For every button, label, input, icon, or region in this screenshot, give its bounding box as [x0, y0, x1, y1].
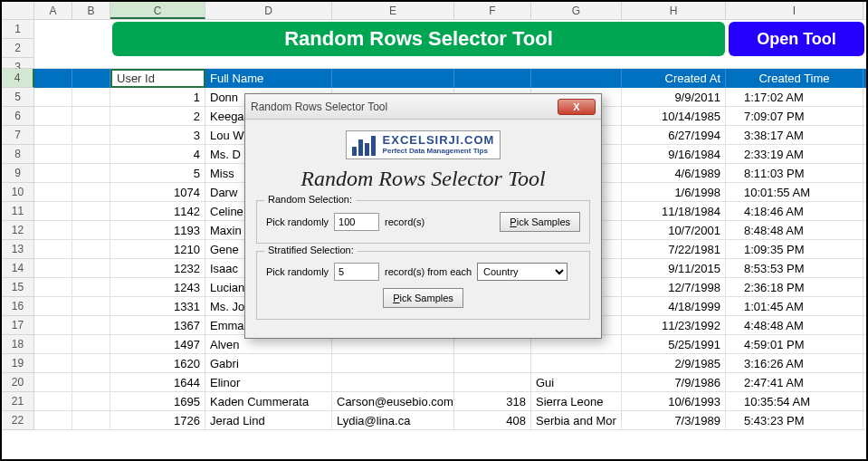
header-email[interactable]	[332, 69, 454, 88]
cell-country[interactable]: Gui	[531, 373, 622, 391]
cell[interactable]	[72, 88, 110, 106]
row-header-17[interactable]: 17	[2, 316, 34, 335]
cell-num[interactable]: 408	[454, 411, 531, 429]
cell-date[interactable]: 4/18/1999	[622, 297, 726, 315]
cell-id[interactable]: 1644	[110, 373, 205, 391]
cell-id[interactable]: 3	[110, 126, 205, 144]
cell[interactable]	[34, 107, 72, 125]
cell-date[interactable]: 10/6/1993	[622, 392, 726, 410]
cell[interactable]	[34, 259, 72, 277]
cell-time[interactable]: 3:16:26 AM	[726, 354, 863, 372]
cell-date[interactable]: 10/14/1985	[622, 107, 726, 125]
cell-date[interactable]: 9/11/2015	[622, 259, 726, 277]
cell[interactable]	[34, 335, 72, 353]
cell-email[interactable]	[332, 354, 454, 372]
row-header-16[interactable]: 16	[2, 297, 34, 316]
cell[interactable]	[72, 316, 110, 334]
cell[interactable]	[72, 373, 110, 391]
cell-id[interactable]: 4	[110, 145, 205, 163]
cell[interactable]	[34, 297, 72, 315]
cell-country[interactable]: Sierra Leone	[531, 392, 622, 410]
cell[interactable]	[34, 88, 72, 106]
cell-time[interactable]: 2:36:18 PM	[726, 278, 863, 296]
cell[interactable]	[34, 202, 72, 220]
cell[interactable]	[34, 164, 72, 182]
cell-time[interactable]: 4:59:01 PM	[726, 335, 863, 353]
cell-date[interactable]: 5/25/1991	[622, 335, 726, 353]
cell-id[interactable]: 1726	[110, 411, 205, 429]
cell[interactable]	[72, 202, 110, 220]
cell-time[interactable]: 2:47:41 AM	[726, 373, 863, 391]
cell[interactable]	[72, 126, 110, 144]
cell-date[interactable]: 11/18/1984	[622, 202, 726, 220]
cell-num[interactable]	[454, 373, 531, 391]
cell-date[interactable]: 12/7/1998	[622, 278, 726, 296]
cell-num[interactable]	[454, 354, 531, 372]
strat-count-input[interactable]	[334, 263, 379, 281]
cell-id[interactable]: 1193	[110, 221, 205, 239]
cell[interactable]	[72, 164, 110, 182]
col-header-h[interactable]: H	[622, 2, 726, 19]
cell-name[interactable]: Gabri	[205, 354, 332, 372]
col-header-d[interactable]: D	[205, 2, 332, 19]
cell-id[interactable]: 1	[110, 88, 205, 106]
cell-id[interactable]: 1367	[110, 316, 205, 334]
cell-name[interactable]: Jerad Lind	[205, 411, 332, 429]
col-header-f[interactable]: F	[454, 2, 531, 19]
row-header-18[interactable]: 18	[2, 335, 34, 354]
col-header-b[interactable]: B	[72, 2, 110, 19]
cell[interactable]	[72, 183, 110, 201]
cell[interactable]	[72, 335, 110, 353]
cell-country[interactable]	[531, 354, 622, 372]
cell[interactable]	[72, 297, 110, 315]
cell[interactable]	[34, 145, 72, 163]
header-num[interactable]	[454, 69, 531, 88]
cell-email[interactable]: Lydia@lina.ca	[332, 411, 454, 429]
cell-time[interactable]: 3:38:17 AM	[726, 126, 863, 144]
col-header-g[interactable]: G	[531, 2, 622, 19]
cell-id[interactable]: 1210	[110, 240, 205, 258]
cell-id[interactable]: 1074	[110, 183, 205, 201]
cell-id[interactable]: 1243	[110, 278, 205, 296]
cell-id[interactable]: 1695	[110, 392, 205, 410]
cell[interactable]	[72, 354, 110, 372]
row-header-2[interactable]: 2	[2, 39, 34, 58]
cell-date[interactable]: 9/9/2011	[622, 88, 726, 106]
cell-time[interactable]: 7:09:07 PM	[726, 107, 863, 125]
header-full-name[interactable]: Full Name	[205, 69, 332, 88]
cell-date[interactable]: 7/9/1986	[622, 373, 726, 391]
cell-time[interactable]: 8:11:03 PM	[726, 164, 863, 182]
cell-date[interactable]: 7/22/1981	[622, 240, 726, 258]
row-header-19[interactable]: 19	[2, 354, 34, 373]
close-button[interactable]: X	[558, 99, 596, 115]
cell-time[interactable]: 10:35:54 AM	[726, 392, 863, 410]
cell-id[interactable]: 1142	[110, 202, 205, 220]
row-header-11[interactable]: 11	[2, 202, 34, 221]
cell-time[interactable]: 4:18:46 AM	[726, 202, 863, 220]
cell-id[interactable]: 1620	[110, 354, 205, 372]
cell[interactable]	[34, 373, 72, 391]
cell-name[interactable]: Elinor	[205, 373, 332, 391]
cell[interactable]	[34, 411, 72, 429]
random-count-input[interactable]	[334, 213, 379, 231]
cell-id[interactable]: 5	[110, 164, 205, 182]
cell[interactable]	[72, 392, 110, 410]
cell-id[interactable]: 1331	[110, 297, 205, 315]
cell[interactable]	[72, 259, 110, 277]
cell-date[interactable]: 6/27/1994	[622, 126, 726, 144]
cell-date[interactable]: 7/3/1989	[622, 411, 726, 429]
cell-email[interactable]	[332, 373, 454, 391]
row-header-4[interactable]: 4	[2, 69, 34, 88]
strat-field-select[interactable]: Country	[477, 263, 568, 281]
row-header-6[interactable]: 6	[2, 107, 34, 126]
cell-date[interactable]: 11/23/1992	[622, 316, 726, 334]
header-country[interactable]	[531, 69, 622, 88]
cell-id[interactable]: 1497	[110, 335, 205, 353]
cell-time[interactable]: 1:17:02 AM	[726, 88, 863, 106]
cell-date[interactable]: 10/7/2001	[622, 221, 726, 239]
row-header-12[interactable]: 12	[2, 221, 34, 240]
row-header-9[interactable]: 9	[2, 164, 34, 183]
pick-samples-button-random[interactable]: Pick Samples	[500, 212, 580, 232]
row-header-10[interactable]: 10	[2, 183, 34, 202]
cell-time[interactable]: 5:43:23 PM	[726, 411, 863, 429]
